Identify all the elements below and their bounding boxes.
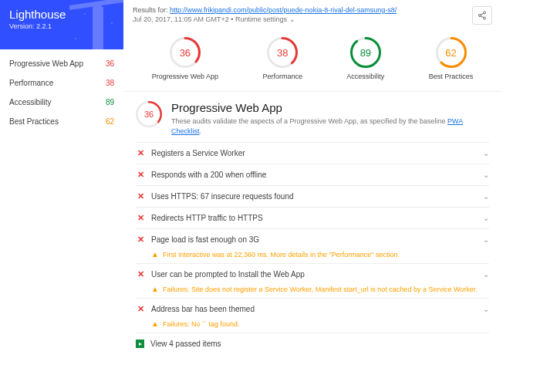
audit-title: User can be prompted to Install the Web … — [151, 270, 305, 279]
gauge-score: 38 — [267, 37, 298, 68]
audit-detail-text: Failures: No `` tag found. — [163, 320, 240, 328]
gauge-2[interactable]: 89 Accessibility — [346, 37, 384, 80]
app-version: Version: 2.2.1 — [9, 22, 114, 30]
gauge-row: 36 Progressive Web App 38 Performance 89… — [123, 29, 501, 92]
gauge-score: 36 — [170, 37, 201, 68]
runtime-settings-toggle[interactable]: Runtime settings ⌄ — [235, 15, 295, 23]
sidebar-nav: Progressive Web App 36 Performance 38 Ac… — [0, 49, 123, 131]
svg-point-6 — [479, 15, 481, 17]
audit-title: Redirects HTTP traffic to HTTPS — [151, 214, 263, 222]
svg-point-4 — [84, 13, 86, 15]
sidebar: Lighthouse Version: 2.2.1 Progressive We… — [0, 0, 123, 362]
gauge-label: Progressive Web App — [152, 73, 218, 80]
audit-row-4[interactable]: ✕ Page load is fast enough on 3G ⌄ — [136, 228, 489, 250]
gauge-3[interactable]: 62 Best Practices — [429, 37, 474, 80]
timestamp: Jul 20, 2017, 11:05 AM GMT+2 — [133, 15, 229, 23]
gauge-score: 89 — [350, 37, 381, 68]
chevron-down-icon: ⌄ — [289, 15, 295, 23]
section-title: Progressive Web App — [171, 101, 489, 114]
section-description: These audits validate the aspects of a P… — [171, 117, 489, 136]
gauge-score: 62 — [436, 37, 467, 68]
audit-row-0[interactable]: ✕ Registers a Service Worker ⌄ — [136, 142, 489, 164]
chevron-down-icon: ⌄ — [483, 149, 489, 157]
audit-detail-4: ▲ First Interactive was at 22,360 ms. Mo… — [136, 250, 489, 263]
audit-row-6[interactable]: ✕ Address bar has been themed ⌄ — [136, 298, 489, 319]
sidebar-item-3[interactable]: Best Practices 62 — [0, 112, 123, 131]
gauge-1[interactable]: 38 Performance — [262, 37, 302, 80]
view-passed-label: View 4 passed items — [150, 340, 221, 348]
results-line: Results for: http://www.frikipandi.com/p… — [133, 6, 397, 14]
sidebar-item-1[interactable]: Performance 38 — [0, 73, 123, 93]
chevron-down-icon: ⌄ — [483, 214, 489, 222]
svg-line-9 — [481, 16, 483, 18]
meta-line: Jul 20, 2017, 11:05 AM GMT+2 • Runtime s… — [133, 15, 397, 23]
audit-title: Uses HTTPS: 67 insecure requests found — [151, 192, 294, 201]
gauge-label: Accessibility — [346, 73, 384, 80]
warning-icon: ▲ — [151, 319, 159, 328]
audit-detail-5: ▲ Failures: Site does not register a Ser… — [136, 285, 489, 298]
fail-icon: ✕ — [136, 269, 145, 279]
gauge-label: Best Practices — [429, 73, 474, 80]
sidebar-item-0[interactable]: Progressive Web App 36 — [0, 54, 123, 73]
sidebar-header: Lighthouse Version: 2.2.1 — [0, 0, 123, 49]
sidebar-item-score: 38 — [106, 79, 114, 87]
chevron-down-icon: ⌄ — [483, 235, 489, 244]
fail-icon: ✕ — [136, 235, 145, 245]
sidebar-item-label: Accessibility — [9, 98, 51, 106]
sidebar-item-label: Best Practices — [9, 117, 59, 126]
audit-row-1[interactable]: ✕ Responds with a 200 when offline ⌄ — [136, 164, 489, 185]
svg-point-5 — [484, 12, 486, 14]
audit-row-3[interactable]: ✕ Redirects HTTP traffic to HTTPS ⌄ — [136, 207, 489, 228]
top-bar: Results for: http://www.frikipandi.com/p… — [123, 0, 501, 29]
sidebar-item-label: Performance — [9, 79, 53, 87]
chevron-down-icon: ⌄ — [483, 192, 489, 201]
section-gauge-score: 36 — [136, 101, 162, 127]
sidebar-item-score: 89 — [106, 98, 114, 106]
play-icon: ▸ — [136, 340, 144, 348]
results-url-link[interactable]: http://www.frikipandi.com/public/post/pu… — [170, 6, 397, 14]
view-passed-toggle[interactable]: ▸ View 4 passed items — [136, 333, 489, 354]
audit-title: Page load is fast enough on 3G — [151, 235, 259, 244]
sidebar-item-label: Progressive Web App — [9, 59, 83, 68]
sidebar-item-score: 36 — [106, 59, 114, 68]
share-icon — [478, 11, 487, 20]
fail-icon: ✕ — [136, 213, 145, 223]
section-gauge: 36 — [136, 101, 162, 127]
audit-detail-text: Failures: Site does not register a Servi… — [163, 286, 478, 293]
main-content: Results for: http://www.frikipandi.com/p… — [123, 0, 501, 362]
chevron-down-icon: ⌄ — [483, 171, 489, 179]
svg-point-7 — [484, 17, 486, 19]
fail-icon: ✕ — [136, 170, 145, 180]
share-button[interactable] — [472, 6, 492, 25]
audit-title: Responds with a 200 when offline — [151, 171, 266, 179]
audit-detail-6: ▲ Failures: No `` tag found. — [136, 319, 489, 333]
svg-line-8 — [481, 13, 483, 15]
sidebar-item-2[interactable]: Accessibility 89 — [0, 93, 123, 112]
gauge-0[interactable]: 36 Progressive Web App — [152, 37, 218, 80]
fail-icon: ✕ — [136, 304, 145, 314]
audit-title: Registers a Service Worker — [151, 149, 245, 157]
section-pwa: 36 Progressive Web App These audits vali… — [123, 92, 501, 354]
audit-row-2[interactable]: ✕ Uses HTTPS: 67 insecure requests found… — [136, 185, 489, 207]
audit-detail-text: First Interactive was at 22,360 ms. More… — [163, 251, 400, 259]
results-for-label: Results for: — [133, 6, 168, 14]
chevron-down-icon: ⌄ — [483, 270, 489, 279]
sidebar-item-score: 62 — [106, 117, 114, 126]
chevron-down-icon: ⌄ — [483, 305, 489, 313]
audit-title: Address bar has been themed — [151, 305, 255, 313]
warning-icon: ▲ — [151, 250, 159, 259]
gauge-label: Performance — [262, 73, 302, 80]
fail-icon: ✕ — [136, 191, 145, 201]
svg-point-2 — [75, 38, 76, 39]
fail-icon: ✕ — [136, 148, 145, 158]
audit-row-5[interactable]: ✕ User can be prompted to Install the We… — [136, 263, 489, 285]
warning-icon: ▲ — [151, 285, 159, 293]
